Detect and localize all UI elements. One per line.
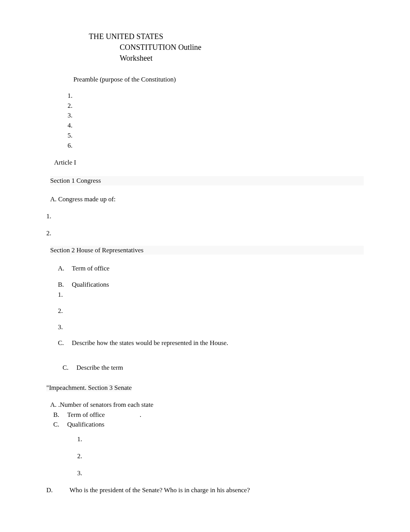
preamble-item: 4.	[68, 121, 364, 130]
qual-num: 1.	[77, 435, 364, 444]
section-1-sub-a: A. Congress made up of:	[50, 195, 364, 204]
section-2-item-b: B. Qualifications	[58, 280, 364, 289]
item-text: Describe how the states would be represe…	[72, 338, 228, 348]
section-2-item-a: A. Term of office	[58, 264, 364, 273]
section-3-heading-text: "Impeachment. Section 3 Senate	[46, 384, 132, 391]
article-1-label: Article I	[54, 159, 76, 166]
item-text: Who is the president of the Senate? Who …	[69, 486, 250, 495]
qual-num: 2.	[58, 306, 364, 316]
item-dot: .	[140, 410, 141, 420]
qual-num: 1.	[58, 290, 364, 299]
section-1-num-1: 1.	[46, 212, 364, 221]
article-1-heading: Article I	[54, 158, 364, 167]
item-letter: C.	[63, 363, 76, 372]
item-text: Qualifications	[67, 420, 104, 429]
item-letter: D.	[46, 486, 69, 495]
section-3-items-bc: B. Term of office . C. Qualifications	[53, 410, 364, 430]
title-line-2: CONSTITUTION Outline	[120, 42, 364, 53]
item-letter: A.	[58, 264, 72, 273]
item-letter: B.	[53, 410, 67, 420]
section-3-item-d: D. Who is the president of the Senate? W…	[46, 486, 364, 495]
preamble-item: 1.	[68, 91, 364, 100]
section-3-heading: "Impeachment. Section 3 Senate	[46, 383, 364, 393]
title-line-3: Worksheet	[120, 53, 364, 63]
item-text: Qualifications	[72, 280, 109, 289]
section-2-item-c2: C. Describe the term	[63, 363, 364, 372]
item-text: Term of office	[67, 410, 105, 420]
item-letter: C.	[58, 338, 72, 348]
section-3-item-c: C. Qualifications	[53, 420, 364, 429]
qual-num: 3.	[58, 323, 364, 332]
item-text: Term of office	[72, 264, 110, 273]
section-3-c-nums: 1. 2. 3.	[77, 435, 364, 478]
preamble-item: 3.	[68, 111, 364, 120]
preamble-item: 5.	[68, 131, 364, 140]
qual-num: 2.	[77, 452, 364, 461]
section-1-num-2: 2.	[46, 229, 364, 238]
preamble-item: 2.	[68, 101, 364, 110]
section-3-item-a: A. .Number of senators from each state	[50, 400, 364, 410]
title-line-1: THE UNITED STATES	[89, 31, 364, 42]
document-title: THE UNITED STATES CONSTITUTION Outline W…	[89, 31, 364, 63]
section-2-items: A. Term of office B. Qualifications 1. 2…	[58, 264, 364, 372]
section-2-b-nums: 1. 2. 3.	[69, 290, 364, 331]
item-letter: C.	[53, 420, 67, 429]
preamble-header: Preamble (purpose of the Constitution)	[73, 75, 364, 84]
section-2-heading: Section 2 House of Representatives	[50, 246, 364, 255]
preamble-list: 1. 2. 3. 4. 5. 6.	[68, 91, 364, 150]
item-letter: B.	[58, 280, 72, 289]
section-3-item-b: B. Term of office .	[53, 410, 364, 420]
preamble-item: 6.	[68, 141, 364, 150]
section-2-item-c: C. Describe how the states would be repr…	[58, 338, 364, 348]
qual-num: 3.	[77, 469, 364, 478]
section-1-heading: Section 1 Congress	[50, 176, 364, 185]
item-text: Describe the term	[76, 363, 123, 372]
